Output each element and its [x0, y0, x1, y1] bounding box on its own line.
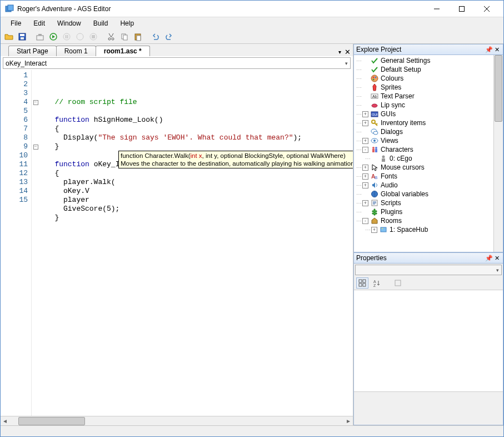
tree-item[interactable]: ⋯+1: SpaceHub: [354, 225, 503, 234]
svg-rect-51: [363, 280, 366, 282]
close-button[interactable]: [474, 1, 499, 17]
tab-menu-dropdown[interactable]: ▾: [338, 49, 341, 55]
tab-close-button[interactable]: ✕: [345, 48, 351, 56]
tree-item-label: Views: [381, 137, 398, 145]
code-editor[interactable]: 123456789101112131415 −− // room script …: [1, 70, 353, 416]
svg-point-49: [382, 228, 383, 229]
tree-item-label: Colours: [381, 75, 403, 82]
tree-item-label: GUIs: [381, 110, 396, 118]
tree-item[interactable]: ⋯+Mouse cursors: [354, 163, 503, 172]
svg-rect-14: [67, 35, 68, 38]
tree-item[interactable]: ⋯+Audio: [354, 181, 503, 190]
svg-text:Z: Z: [373, 284, 376, 287]
tree-item[interactable]: ⋯Dialogs: [354, 127, 503, 136]
hscroll-thumb[interactable]: [18, 417, 85, 425]
eye-icon: [370, 136, 379, 145]
svg-point-40: [375, 147, 377, 149]
tree-item[interactable]: ⋯AbText Parser: [354, 92, 503, 101]
tree-item-label: Text Parser: [381, 92, 415, 100]
vertical-scrollbar[interactable]: [493, 55, 503, 252]
open-button[interactable]: [3, 31, 15, 43]
svg-point-42: [382, 156, 385, 158]
paste-button[interactable]: [132, 31, 144, 43]
tab-start-page[interactable]: Start Page: [8, 46, 57, 56]
svg-rect-53: [363, 284, 366, 286]
categorized-button[interactable]: [356, 277, 368, 289]
tree-item[interactable]: ⋯Default Setup: [354, 65, 503, 74]
pause-button: [61, 31, 73, 43]
tree-item[interactable]: ⋯0: cEgo: [354, 154, 503, 163]
tree-item[interactable]: ⋯Global variables: [354, 190, 503, 198]
properties-grid[interactable]: [354, 290, 503, 391]
svg-rect-23: [137, 36, 141, 41]
maximize-button[interactable]: [449, 1, 474, 17]
tree-item[interactable]: ⋯General Settings: [354, 56, 503, 65]
svg-point-27: [373, 79, 375, 81]
tree-item[interactable]: ⋯Colours: [354, 74, 503, 83]
dialog-icon: [370, 127, 379, 136]
menu-edit[interactable]: Edit: [28, 18, 51, 28]
tree-item-label: Mouse cursors: [381, 163, 425, 171]
properties-header[interactable]: Properties 📌 ✕: [353, 252, 503, 264]
tree-item[interactable]: ⋯Plugins: [354, 207, 503, 216]
tab-room1[interactable]: Room 1: [56, 46, 96, 56]
code-area[interactable]: // room script file function hSignHome_L…: [39, 70, 353, 416]
status-bar: [1, 425, 503, 436]
redo-button[interactable]: [163, 31, 175, 43]
project-tree[interactable]: ⋯General Settings⋯Default Setup⋯Colours⋯…: [353, 55, 503, 252]
script-icon: [370, 198, 379, 207]
menu-file[interactable]: File: [5, 18, 27, 28]
panel-close-icon[interactable]: ✕: [493, 46, 501, 53]
tree-item[interactable]: ⋯+Scripts: [354, 198, 503, 207]
title-bar: Roger's Adventure - AGS Editor: [1, 1, 503, 17]
run-button[interactable]: [47, 31, 59, 43]
document-tabs: Start Page Room 1 room1.asc * ▾ ✕: [1, 44, 353, 56]
cursor-icon: [370, 163, 379, 172]
undo-button[interactable]: [149, 31, 162, 43]
pin-icon[interactable]: 📌: [485, 255, 493, 262]
svg-point-24: [371, 75, 378, 82]
gui-icon: GUI: [370, 110, 379, 118]
tree-item[interactable]: ⋯+Views: [354, 136, 503, 145]
calltip-desc: Moves the character to the destination, …: [121, 160, 353, 167]
tree-item[interactable]: ⋯+ABFonts: [354, 172, 503, 181]
svg-text:GUI: GUI: [372, 113, 378, 116]
svg-point-26: [375, 77, 377, 78]
minimize-button[interactable]: [424, 1, 449, 17]
calltip-sig-suffix: , int y, optional BlockingStyle, optiona…: [202, 152, 346, 159]
tree-item[interactable]: ⋯Sprites: [354, 83, 503, 92]
menu-help[interactable]: Help: [114, 18, 139, 28]
build-button[interactable]: [34, 31, 46, 43]
explore-project-header[interactable]: Explore Project 📌 ✕: [353, 44, 503, 55]
tree-item[interactable]: ⋯Lip sync: [354, 101, 503, 110]
fold-gutter[interactable]: −−: [32, 70, 39, 416]
horizontal-scrollbar[interactable]: ◂ ▸: [1, 416, 353, 425]
menu-window[interactable]: Window: [52, 18, 87, 28]
properties-object-combo[interactable]: ▾: [355, 265, 502, 275]
vscroll-thumb[interactable]: [495, 55, 502, 122]
cut-button[interactable]: [105, 31, 117, 43]
properties-title: Properties: [356, 254, 387, 262]
svg-rect-9: [37, 36, 43, 40]
panel-close-icon[interactable]: ✕: [493, 255, 501, 262]
tab-room1-asc[interactable]: room1.asc *: [96, 46, 150, 56]
tree-item[interactable]: ⋯-Rooms: [354, 216, 503, 225]
svg-rect-50: [359, 280, 362, 282]
tree-item-label: Sprites: [381, 83, 401, 91]
events-button[interactable]: [392, 277, 404, 289]
rooms-icon: [370, 216, 379, 225]
save-button[interactable]: [16, 31, 28, 43]
menu-build[interactable]: Build: [88, 18, 114, 28]
tree-item[interactable]: ⋯+Inventory items: [354, 118, 503, 127]
member-combo[interactable]: oKey_Interact ▾: [3, 57, 351, 69]
tree-item-label: Fonts: [381, 172, 397, 180]
svg-rect-13: [66, 35, 67, 38]
tree-item[interactable]: ⋯+GUIGUIs: [354, 110, 503, 118]
tree-item-label: Inventory items: [381, 119, 426, 127]
alphabetical-button[interactable]: AZ: [371, 277, 383, 289]
svg-point-12: [63, 33, 70, 40]
tree-item[interactable]: ⋯-Characters: [354, 145, 503, 154]
pin-icon[interactable]: 📌: [485, 46, 493, 53]
copy-button[interactable]: [118, 31, 131, 43]
step-button: [74, 31, 86, 43]
